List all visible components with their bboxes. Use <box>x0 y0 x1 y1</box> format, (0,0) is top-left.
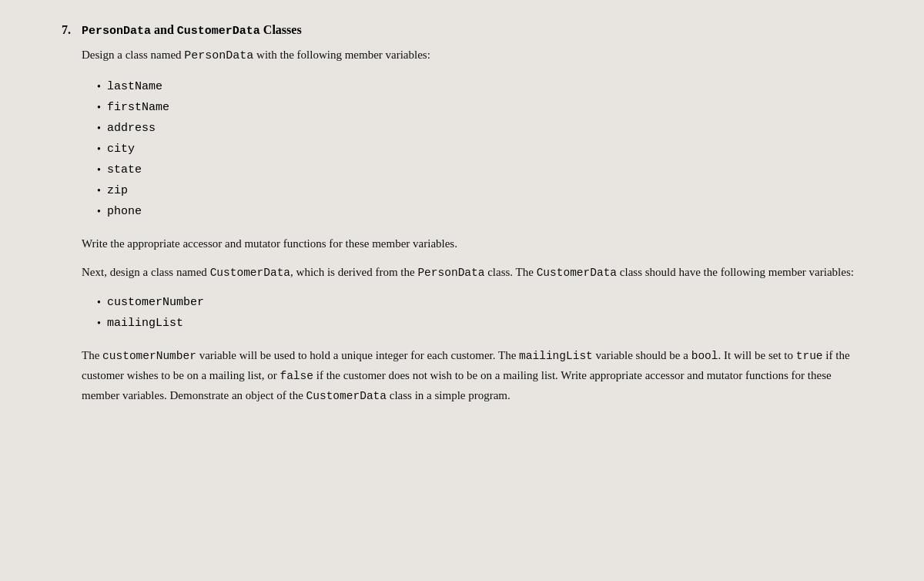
intro-after: with the following member variables: <box>253 49 430 61</box>
description-paragraph: The customerNumber variable will be used… <box>82 346 862 406</box>
desc-mid2: variable should be a <box>593 349 691 361</box>
next-end: class should have the following member v… <box>617 266 854 278</box>
next-before: Next, design a class named <box>82 266 210 278</box>
list-item: phone <box>97 201 862 222</box>
customerdata-next2: CustomerData <box>537 267 617 279</box>
customer-variables-list: customerNumber mailingList <box>97 292 862 334</box>
list-item: firstName <box>97 97 862 118</box>
customerdata-title: CustomerData <box>177 25 260 38</box>
customerdata-final: CustomerData <box>306 390 387 402</box>
list-item: zip <box>97 180 862 201</box>
customerdata-next: CustomerData <box>210 267 290 279</box>
list-item: customerNumber <box>97 292 862 313</box>
customernumber-ref: customerNumber <box>102 350 196 362</box>
question-number: 7. <box>62 23 77 37</box>
next-paragraph: Next, design a class named CustomerData,… <box>82 263 862 283</box>
intro-before: Design a class named <box>82 49 184 61</box>
list-item: address <box>97 118 862 139</box>
persondata-next: PersonData <box>417 267 484 279</box>
persondata-title: PersonData <box>82 25 151 38</box>
next-middle: , which is derived from the <box>290 266 417 278</box>
persondata-inline: PersonData <box>184 49 253 62</box>
mailinglist-ref: mailingList <box>519 350 593 362</box>
desc-end: class in a simple program. <box>387 389 511 401</box>
list-item: state <box>97 160 862 180</box>
title-classes: Classes <box>263 23 302 36</box>
list-item: mailingList <box>97 313 862 334</box>
bool-ref: bool <box>691 350 718 362</box>
question-header: 7. PersonData and CustomerData Classes <box>62 23 862 38</box>
false-ref: false <box>280 370 313 382</box>
intro-paragraph: Design a class named PersonData with the… <box>82 45 862 65</box>
desc-mid1: variable will be used to hold a unique i… <box>196 349 519 361</box>
question-title: PersonData and CustomerData Classes <box>82 23 302 38</box>
accessor-paragraph: Write the appropriate accessor and mutat… <box>82 234 862 254</box>
page: 7. PersonData and CustomerData Classes D… <box>0 0 924 581</box>
list-item: lastName <box>97 76 862 97</box>
accessor-text: Write the appropriate accessor and mutat… <box>82 237 457 250</box>
list-item: city <box>97 139 862 160</box>
true-ref: true <box>796 350 823 362</box>
person-variables-list: lastName firstName address city state zi… <box>97 76 862 222</box>
next-after: class. The <box>484 266 536 278</box>
desc-before1: The <box>82 349 102 361</box>
desc-after2: . It will be set to <box>718 349 796 361</box>
title-and: and <box>154 23 177 36</box>
question-body: Design a class named PersonData with the… <box>62 45 862 405</box>
